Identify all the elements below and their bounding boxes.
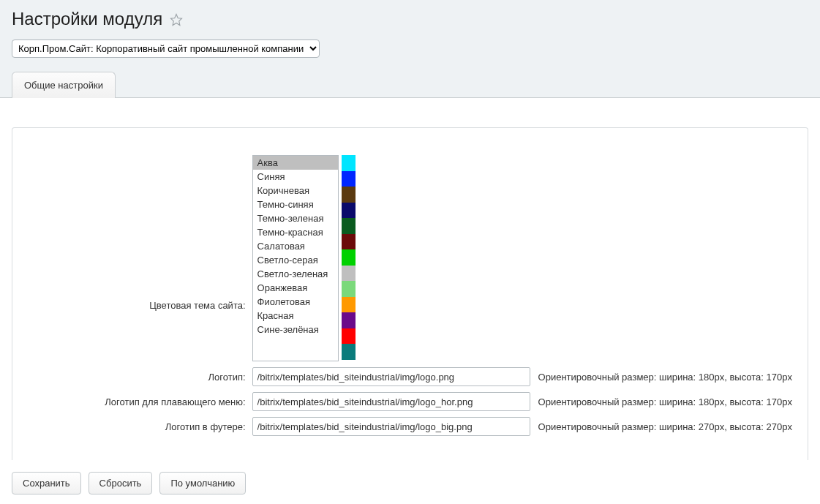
color-swatch: [342, 234, 356, 250]
theme-option[interactable]: Оранжевая: [253, 281, 338, 295]
color-swatch: [342, 297, 356, 313]
color-swatch: [342, 266, 356, 282]
theme-option[interactable]: Светло-серая: [253, 253, 338, 267]
color-swatch: [342, 249, 356, 266]
logo-footer-label: Логотип в футере:: [27, 416, 252, 437]
theme-label: Цветовая тема сайта:: [27, 154, 252, 362]
reset-button[interactable]: Сбросить: [89, 472, 153, 494]
tab-panel: Цветовая тема сайта: АкваСиняяКоричневая…: [0, 98, 820, 494]
buttons-row: Сохранить Сбросить По умолчанию: [12, 472, 808, 494]
color-swatch: [342, 171, 356, 187]
color-swatch: [342, 187, 356, 203]
color-swatch: [342, 281, 356, 297]
theme-option[interactable]: Темно-зеленая: [253, 211, 338, 225]
theme-select-list[interactable]: АкваСиняяКоричневаяТемно-синяяТемно-зеле…: [252, 155, 339, 361]
theme-swatches: [342, 155, 356, 360]
color-swatch: [342, 312, 356, 328]
logo-footer-input[interactable]: [252, 417, 530, 436]
theme-option[interactable]: Сине-зелёная: [253, 323, 338, 336]
theme-option[interactable]: Аква: [253, 156, 338, 170]
color-swatch: [342, 344, 356, 360]
logo-input[interactable]: [252, 367, 530, 386]
logo-hint: Ориентировочный размер: ширина: 180px, в…: [531, 366, 793, 387]
theme-option[interactable]: Фиолетовая: [253, 295, 338, 309]
logo-label: Логотип:: [27, 366, 252, 387]
logo-float-input[interactable]: [252, 392, 530, 411]
save-button[interactable]: Сохранить: [12, 472, 81, 494]
logo-footer-hint: Ориентировочный размер: ширина: 270px, в…: [531, 416, 793, 437]
theme-option[interactable]: Салатовая: [253, 239, 338, 253]
color-swatch: [342, 155, 356, 171]
color-swatch: [342, 328, 356, 345]
theme-option[interactable]: Темно-синяя: [253, 198, 338, 211]
logo-float-hint: Ориентировочный размер: ширина: 180px, в…: [531, 391, 793, 412]
theme-option[interactable]: Красная: [253, 309, 338, 323]
logo-float-label: Логотип для плавающего меню:: [27, 391, 252, 412]
theme-option[interactable]: Коричневая: [253, 184, 338, 198]
page-title: Настройки модуля: [12, 9, 162, 29]
color-swatch: [342, 203, 356, 219]
theme-option[interactable]: Светло-зеленая: [253, 267, 338, 281]
theme-option[interactable]: Темно-красная: [253, 225, 338, 239]
theme-option[interactable]: Синяя: [253, 170, 338, 184]
tab-general-settings[interactable]: Общие настройки: [12, 72, 116, 98]
favorite-star-icon[interactable]: [170, 13, 183, 26]
module-select[interactable]: Корп.Пром.Сайт: Корпоративный сайт промы…: [12, 40, 320, 58]
page-header: Настройки модуля Корп.Пром.Сайт: Корпора…: [0, 0, 820, 98]
svg-marker-0: [171, 15, 182, 26]
settings-panel: Цветовая тема сайта: АкваСиняяКоричневая…: [12, 127, 808, 460]
tabs: Общие настройки: [12, 71, 808, 97]
default-button[interactable]: По умолчанию: [159, 472, 246, 494]
color-swatch: [342, 218, 356, 234]
